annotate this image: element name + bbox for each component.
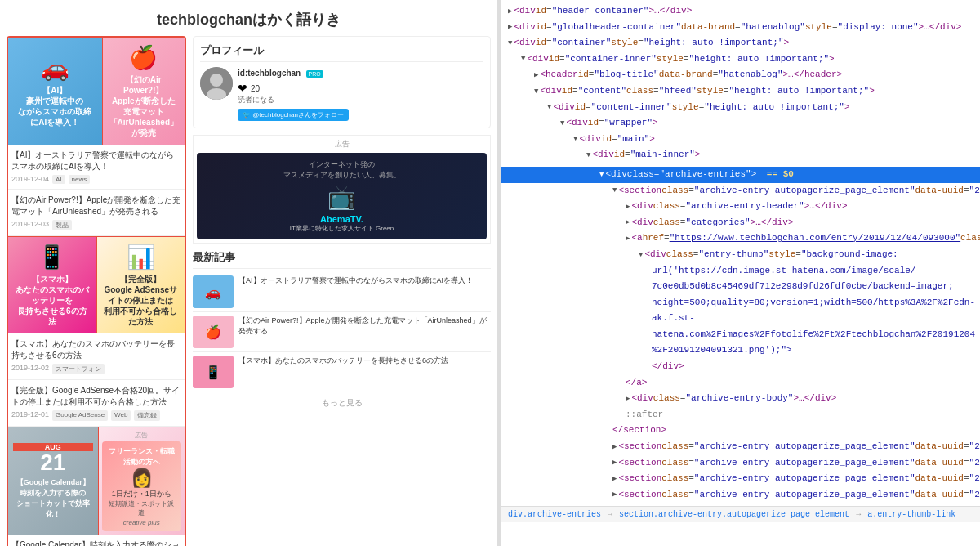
latest-thumb: 📱 (193, 356, 234, 388)
tree-line: url('https://cdn.image.st-hatena.com/ima… (501, 263, 980, 280)
tag-adsense: Google AdSense (52, 410, 108, 421)
ai-card-title: 【AI】豪州で運転中のながらスマホの取締にAIを導入！ (15, 85, 96, 128)
ad-sidebar: 広告 インターネット発のマスメディアを創りたい人、募集。 📺 AbemaTV. … (193, 135, 491, 244)
expand-arrow[interactable]: ▶ (626, 393, 630, 405)
expand-arrow[interactable]: ▶ (612, 457, 617, 468)
tree-line: ▼ <section class="archive-entry autopage… (501, 183, 980, 199)
ad-freelance-desc: 短期派遣・スポット派遣 (107, 499, 177, 517)
expand-arrow[interactable]: ▶ (612, 441, 617, 453)
tree-line: hatena.com%2Fimages%2Ffotolife%2Ft%2Ftec… (501, 327, 980, 343)
expand-arrow[interactable]: ▼ (534, 86, 538, 97)
follow-label[interactable]: 読者になる (238, 95, 483, 105)
smartphone-icon: 📱 (38, 244, 66, 271)
svg-point-1 (210, 74, 223, 87)
list-item-date: 2019-12-03 (11, 220, 49, 230)
list-item[interactable]: 【完全版】Google AdSense不合格20回。サイトの停止または利用不可か… (8, 380, 185, 427)
list-item[interactable]: 【AI】オーストラリア警察で運転中のながらスマホの取締にAIを導入！ 2019-… (8, 145, 185, 190)
tree-line: %2F20191204091321.png');"> (501, 342, 980, 359)
tree-line: ▼ <div id="wrapper"> (501, 115, 980, 132)
list-item[interactable]: 📱 【スマホ】あなたのスマホのバッテリーを長持ちさせる6の方法 (193, 352, 491, 392)
ad-sidebar-label: 広告 (197, 139, 487, 150)
follow-count: 20 (251, 84, 260, 93)
expand-arrow[interactable]: ▶ (626, 201, 630, 213)
tag-smartphone: スマートフォン (52, 364, 105, 374)
list-item-title: 【幻のAir Power?!】Appleが開発を断念した充電マット「AirUnl… (11, 195, 181, 217)
tag-ai: AI (52, 175, 65, 184)
more-button[interactable]: もっと見る (193, 392, 491, 414)
ad-freelance-icon: 👩 (107, 468, 177, 489)
expand-arrow[interactable]: ▶ (612, 473, 617, 485)
profile-id-line: id:techblogchan PRO (238, 67, 483, 78)
tree-line: ▶ <div class="categories">…</div> (501, 215, 980, 231)
featured-card-adsense[interactable]: 📊 【完全版】Google AdSenseサイトの停止または利用不可から合格した… (97, 236, 185, 333)
latest-title: 【幻のAir Power?!】Appleが開発を断念した充電マット「AirUnl… (238, 316, 491, 336)
latest-articles-label: 最新記事 (193, 250, 491, 269)
tree-line: </a> (501, 375, 980, 392)
adsense-card-title: 【完全版】Google AdSenseサイトの停止または利用不可から合格した方法 (104, 274, 179, 327)
breadcrumb-item-2[interactable]: section.archive-entry.autopagerize_page_… (619, 510, 849, 519)
expand-arrow[interactable]: ▶ (508, 21, 512, 33)
calendar-card[interactable]: AUG 21 【Google Calendar】時刻を入力する際のショートカット… (8, 427, 99, 535)
expand-arrow[interactable]: ▼ (508, 38, 512, 49)
tag-memo: 備忘録 (134, 410, 160, 421)
expand-arrow[interactable]: ▶ (626, 233, 630, 244)
profile-section: プロフィール id:techblogchan PRO (193, 36, 491, 128)
ad-freelance-sub: 1日だけ・1日から (107, 489, 177, 499)
featured-card-ai[interactable]: 🚗 【AI】豪州で運転中のながらスマホの取締にAIを導入！ (8, 38, 103, 145)
expand-arrow[interactable]: ▼ (573, 133, 577, 145)
featured-grid: 🚗 【AI】豪州で運転中のながらスマホの取締にAIを導入！ 🍎 【幻のAir P… (7, 36, 186, 546)
expand-arrow[interactable]: ▼ (639, 249, 643, 261)
expand-arrow[interactable]: ▶ (612, 489, 617, 500)
featured-card-smartphone[interactable]: 📱 【スマホ】あなたのスマホのバッテリーを長持ちさせる6の方法 (8, 236, 97, 333)
tree-line: ▼ <div id="main"> (501, 132, 980, 148)
blog-title: techblogchanはかく語りき (157, 0, 341, 36)
list-item-meta: 2019-12-04 AI news (11, 175, 181, 184)
ad-brand: creative plus (107, 519, 177, 526)
breadcrumb-item-1[interactable]: div.archive-entries (508, 510, 601, 519)
tree-line: ▶ <div id="globalheader-container" data-… (501, 20, 980, 36)
list-item-title: 【AI】オーストラリア警察で運転中のながらスマホの取締にAIを導入！ (11, 150, 181, 172)
list-item-date: 2019-12-01 (11, 410, 49, 421)
expand-arrow[interactable]: ▼ (560, 118, 564, 129)
expand-arrow[interactable]: ▼ (547, 101, 551, 113)
list-item[interactable]: 【幻のAir Power?!】Appleが開発を断念した充電マット「AirUnl… (8, 190, 185, 236)
expand-arrow[interactable]: ▼ (612, 185, 617, 196)
expand-arrow[interactable]: ▶ (626, 217, 630, 228)
heart-icon: ❤ (238, 82, 247, 95)
follow-button[interactable]: ❤ 20 (238, 82, 483, 95)
list-item[interactable]: 🚗 【AI】オーストラリア警察で運転中のながらスマホの取締にAIを導入！ (193, 272, 491, 312)
tree-line: ▶ <section class="archive-entry autopage… (501, 487, 980, 503)
calendar-day: 21 (40, 451, 65, 474)
expand-arrow[interactable]: ▼ (586, 150, 590, 161)
list-item[interactable]: 【Google Calendar】時刻を入力する際のショートカットを使って効率化… (8, 535, 185, 546)
breadcrumb-item-3[interactable]: a.entry-thumb-link (867, 510, 956, 519)
expand-arrow[interactable]: ▶ (534, 69, 538, 81)
list-item-meta: 2019-12-03 製品 (11, 220, 181, 230)
tag-web: Web (111, 410, 131, 421)
tag-news: news (69, 175, 91, 184)
apple-icon: 🍎 (129, 44, 158, 71)
list-item-meta: 2019-12-01 Google AdSense Web 備忘録 (11, 410, 181, 421)
tag-product: 製品 (52, 220, 72, 230)
expand-arrow[interactable]: ▼ (521, 53, 525, 65)
latest-title: 【スマホ】あなたのスマホのバッテリーを長持ちさせる6の方法 (238, 356, 491, 366)
highlighted-tree-line[interactable]: ▼ <div class="archive-entries"> == $0 (501, 167, 980, 183)
list-item[interactable]: 【スマホ】あなたのスマホのバッテリーを長持ちさせる6の方法 2019-12-02… (8, 333, 185, 380)
twitter-button[interactable]: 🐦 @techblogchanさんをフォロー (238, 109, 349, 121)
pro-badge: PRO (306, 70, 323, 78)
latest-thumb: 🍎 (193, 316, 234, 348)
list-item-title: 【スマホ】あなたのスマホのバッテリーを長持ちさせる6の方法 (11, 338, 181, 361)
car-icon: 🚗 (41, 55, 69, 82)
devtools-breadcrumb: div.archive-entries → section.archive-en… (501, 506, 980, 522)
tree-line: ▶ <header id="blog-title" data-brand="ha… (501, 67, 980, 83)
ad-card-bottom[interactable]: 広告 フリーランス・転職活動の方へ 👩 1日だけ・1日から 短期派遣・スポット派… (99, 427, 185, 535)
expand-arrow[interactable]: ▼ (599, 169, 604, 181)
abema-ad[interactable]: インターネット発のマスメディアを創りたい人、募集。 📺 AbemaTV. IT業… (197, 153, 487, 239)
list-item-title: 【完全版】Google AdSense不合格20回。サイトの停止または利用不可か… (11, 385, 181, 408)
expand-arrow[interactable]: ▶ (508, 6, 512, 17)
url-link[interactable]: "https://www.techblogchan.com/entry/2019… (670, 231, 960, 246)
featured-card-air[interactable]: 🍎 【幻のAir Power?!】Appleが断念した充電マット「AirUnle… (103, 38, 185, 145)
html-tag: <div (514, 4, 535, 19)
list-item[interactable]: 🍎 【幻のAir Power?!】Appleが開発を断念した充電マット「AirU… (193, 312, 491, 352)
chart-icon: 📊 (127, 244, 155, 271)
